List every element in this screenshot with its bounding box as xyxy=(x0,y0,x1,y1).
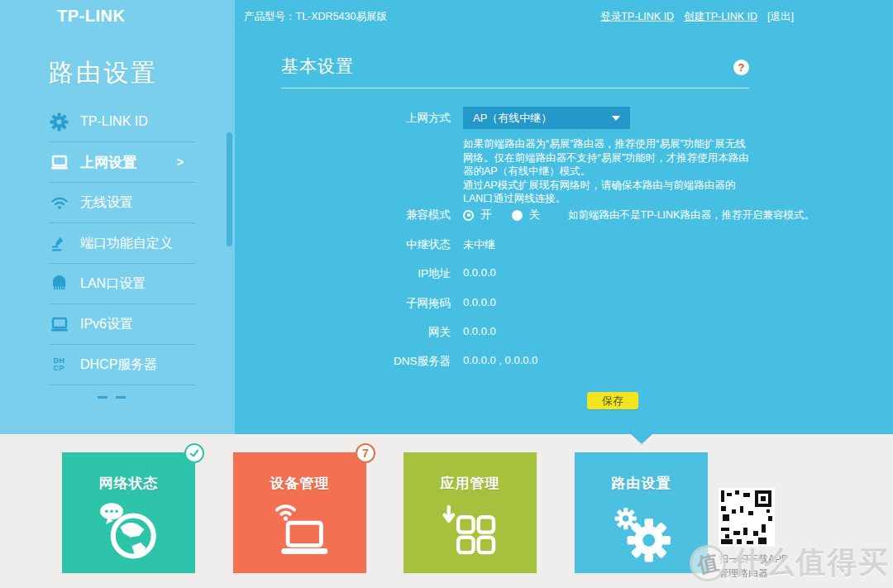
relay-value: 未中继 xyxy=(463,237,495,252)
top-section: TP-LINK 路由设置 TP-LINK ID xyxy=(0,0,893,434)
mode-label: 上网方式 xyxy=(235,111,463,126)
laptop-wifi-icon xyxy=(264,495,337,568)
sidebar-title: 路由设置 xyxy=(49,56,158,90)
mask-value: 0.0.0.0 xyxy=(463,296,496,311)
compat-radio-group: 开 关 如前端路由不是TP-LINK路由器，推荐开启兼容模式。 xyxy=(463,208,814,222)
sidebar-item-label: LAN口设置 xyxy=(80,275,146,293)
sidebar-item-port-custom[interactable]: 端口功能自定义 xyxy=(49,223,195,264)
dns-label: DNS服务器 xyxy=(235,354,463,369)
sidebar-item-label: TP-LINK ID xyxy=(80,114,148,129)
qr-caption: 扫一扫下载APP 管理路由器 xyxy=(719,552,788,581)
tile-device-management[interactable]: 设备管理 7 xyxy=(233,452,366,573)
tplink-logo: TP-LINK xyxy=(57,7,125,26)
gears-icon xyxy=(605,495,678,568)
dns-value: 0.0.0.0 , 0.0.0.0 xyxy=(463,354,537,369)
chevron-right-icon: > xyxy=(177,155,184,169)
device-count-badge: 7 xyxy=(356,443,375,463)
dhcp-text-icon: DHCP xyxy=(49,355,69,375)
sidebar-item-wireless-settings[interactable]: 无线设置 xyxy=(49,183,195,223)
sidebar-item-lan-settings[interactable]: LAN口设置 xyxy=(49,264,195,304)
wifi-icon xyxy=(49,193,69,213)
tile-router-settings[interactable]: 路由设置 xyxy=(575,452,708,573)
main-panel: 产品型号：TL-XDR5430易展版 登录TP-LINK ID 创建TP-LIN… xyxy=(235,0,893,434)
dns-row: DNS服务器 0.0.0.0 , 0.0.0.0 xyxy=(235,354,537,369)
description-line: 如果前端路由器为“易展”路由器，推荐使用“易展”功能扩展无线网络。仅在前端路由器… xyxy=(463,137,752,179)
app-download-qr: 扫一扫下载APP 管理路由器 xyxy=(719,488,788,581)
mode-description: 如果前端路由器为“易展”路由器，推荐使用“易展”功能扩展无线网络。仅在前端路由器… xyxy=(463,137,752,206)
tile-app-management[interactable]: 应用管理 xyxy=(404,452,537,573)
compat-row: 兼容模式 开 关 如前端路由不是TP-LINK路由器，推荐开启兼容模式。 xyxy=(235,208,814,222)
qr-caption-line: 管理路由器 xyxy=(719,566,788,581)
clipped-menu-item xyxy=(98,396,126,399)
sidebar-item-tplink-id[interactable]: TP-LINK ID xyxy=(49,102,195,142)
relay-status-row: 中继状态 未中继 xyxy=(235,237,495,252)
selected-tile-notch xyxy=(631,434,652,444)
mode-row: 上网方式 AP（有线中继） xyxy=(235,107,630,129)
description-line: 通过AP模式扩展现有网络时，请确保本路由与前端路由器的LAN口通过网线连接。 xyxy=(463,179,752,206)
sidebar: TP-LINK 路由设置 TP-LINK ID xyxy=(0,0,235,434)
sidebar-menu: TP-LINK ID 上网设置 > 无线设置 xyxy=(49,102,195,385)
ip-value: 0.0.0.0 xyxy=(463,266,496,281)
basic-settings-form: 上网方式 AP（有线中继） 如果前端路由器为“易展”路由器，推荐使用“易展”功能… xyxy=(235,0,893,434)
sidebar-item-label: IPv6设置 xyxy=(80,316,133,333)
radio-off-label[interactable]: 关 xyxy=(529,208,541,222)
sidebar-item-label: DHCP服务器 xyxy=(80,356,157,374)
mode-description-row: 如果前端路由器为“易展”路由器，推荐使用“易展”功能扩展无线网络。仅在前端路由器… xyxy=(235,137,752,206)
ip-label: IP地址 xyxy=(235,266,463,281)
app-grid-download-icon xyxy=(434,495,507,568)
internet-mode-dropdown[interactable]: AP（有线中继） xyxy=(463,107,630,129)
sidebar-item-ipv6-settings[interactable]: IPv6设置 xyxy=(49,304,195,345)
radio-off[interactable] xyxy=(512,210,523,221)
tile-title: 网络状态 xyxy=(62,474,195,493)
ip-row: IP地址 0.0.0.0 xyxy=(235,266,496,281)
tile-title: 设备管理 xyxy=(233,474,366,493)
save-button[interactable]: 保存 xyxy=(587,392,638,409)
gateway-value: 0.0.0.0 xyxy=(463,325,496,340)
sidebar-scrollbar[interactable] xyxy=(227,132,232,246)
bottom-nav-section: 网络状态 设备管理 xyxy=(0,434,893,588)
router-admin-page: TP-LINK 路由设置 TP-LINK ID xyxy=(0,0,893,588)
edit-list-icon xyxy=(49,233,69,254)
compat-note: 如前端路由不是TP-LINK路由器，推荐开启兼容模式。 xyxy=(568,208,814,222)
compat-label: 兼容模式 xyxy=(235,208,463,222)
mask-row: 子网掩码 0.0.0.0 xyxy=(235,296,496,311)
tile-title: 应用管理 xyxy=(404,474,537,493)
radio-on-label[interactable]: 开 xyxy=(480,208,492,222)
gear-icon xyxy=(49,112,69,132)
status-check-badge xyxy=(184,443,204,463)
sidebar-item-label: 上网设置 xyxy=(80,153,136,172)
gateway-label: 网关 xyxy=(235,325,463,340)
sidebar-item-dhcp-server[interactable]: DHCP DHCP服务器 xyxy=(49,345,195,385)
gateway-row: 网关 0.0.0.0 xyxy=(235,325,496,340)
lan-port-icon xyxy=(49,274,69,294)
sidebar-item-label: 端口功能自定义 xyxy=(80,235,173,252)
monitor-icon xyxy=(49,314,69,335)
chevron-down-icon xyxy=(612,116,620,121)
qr-code-image xyxy=(719,488,775,547)
tile-network-status[interactable]: 网络状态 xyxy=(62,452,195,573)
globe-chat-icon xyxy=(93,495,165,568)
laptop-icon xyxy=(49,152,69,173)
relay-label: 中继状态 xyxy=(235,237,463,252)
qr-caption-line: 扫一扫下载APP xyxy=(719,552,788,566)
sidebar-item-label: 无线设置 xyxy=(80,194,133,212)
radio-on[interactable] xyxy=(463,210,474,221)
dropdown-selected-value: AP（有线中继） xyxy=(473,112,552,124)
mask-label: 子网掩码 xyxy=(235,296,463,311)
sidebar-item-internet-settings[interactable]: 上网设置 > xyxy=(49,142,195,183)
tile-title: 路由设置 xyxy=(575,474,708,493)
